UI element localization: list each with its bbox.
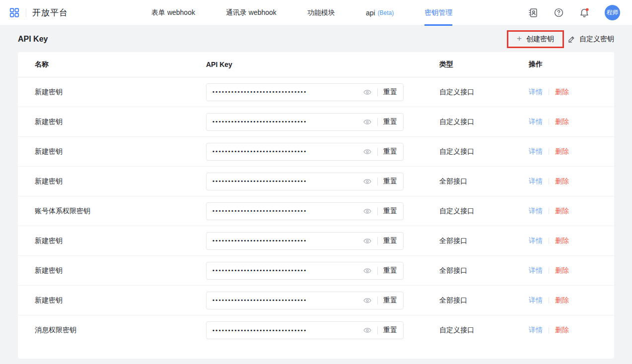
key-type: 全部接口 (439, 266, 529, 275)
key-name: 新建密钥 (35, 177, 206, 186)
reset-button[interactable]: 重置 (383, 296, 397, 305)
detail-link[interactable]: 详情 (529, 177, 543, 186)
nav-tab-form-webhook[interactable]: 表单 webhook (151, 0, 195, 26)
reset-button[interactable]: 重置 (383, 88, 397, 97)
header-actions: 程师 (527, 0, 620, 25)
help-icon[interactable] (553, 7, 564, 18)
eye-icon[interactable] (363, 177, 372, 186)
detail-link[interactable]: 详情 (529, 88, 543, 97)
eye-icon[interactable] (363, 266, 372, 275)
reset-button[interactable]: 重置 (383, 237, 397, 245)
nav-tab-api[interactable]: api (Beta) (366, 0, 394, 26)
nav-tab-contacts-webhook[interactable]: 通讯录 webhook (226, 0, 277, 26)
beta-badge: (Beta) (378, 9, 394, 16)
notifications-bell-icon[interactable] (579, 7, 590, 18)
masked-key-value: •••••••••••••••••••••••••••••• (212, 179, 363, 184)
apps-grid-logo-icon[interactable] (9, 7, 20, 18)
field-divider (377, 297, 378, 304)
detail-link[interactable]: 详情 (529, 237, 543, 245)
ops-divider (549, 178, 549, 184)
api-key-field[interactable]: •••••••••••••••••••••••••••••• 重置 (206, 232, 404, 250)
key-name: 消息权限密钥 (35, 326, 206, 335)
key-name: 新建密钥 (35, 237, 206, 245)
detail-link[interactable]: 详情 (529, 207, 543, 216)
table-row: 新建密钥 •••••••••••••••••••••••••••••• 重置 全… (18, 286, 614, 315)
reset-button[interactable]: 重置 (383, 147, 397, 156)
reset-button[interactable]: 重置 (383, 207, 397, 216)
key-type: 自定义接口 (439, 207, 529, 216)
api-key-field[interactable]: •••••••••••••••••••••••••••••• 重置 (206, 202, 404, 220)
delete-link[interactable]: 删除 (555, 237, 569, 245)
key-type: 全部接口 (439, 296, 529, 305)
ops-divider (549, 119, 549, 125)
eye-icon[interactable] (363, 88, 372, 97)
eye-icon[interactable] (363, 326, 372, 335)
eye-icon[interactable] (363, 207, 372, 216)
key-name: 新建密钥 (35, 88, 206, 97)
eye-icon[interactable] (363, 296, 372, 305)
detail-link[interactable]: 详情 (529, 266, 543, 275)
key-name: 新建密钥 (35, 296, 206, 305)
detail-link[interactable]: 详情 (529, 326, 543, 335)
reset-button[interactable]: 重置 (383, 118, 397, 126)
delete-link[interactable]: 删除 (555, 177, 569, 186)
detail-link[interactable]: 详情 (529, 118, 543, 126)
plus-icon: + (517, 34, 522, 43)
masked-key-value: •••••••••••••••••••••••••••••• (212, 119, 363, 124)
table-body: 新建密钥 •••••••••••••••••••••••••••••• 重置 自… (18, 77, 614, 345)
ops-divider (549, 208, 549, 214)
key-type: 全部接口 (439, 237, 529, 245)
masked-key-value: •••••••••••••••••••••••••••••• (212, 149, 363, 154)
api-key-field[interactable]: •••••••••••••••••••••••••••••• 重置 (206, 262, 404, 280)
detail-link[interactable]: 详情 (529, 147, 543, 156)
api-key-field[interactable]: •••••••••••••••••••••••••••••• 重置 (206, 83, 404, 101)
delete-link[interactable]: 删除 (555, 147, 569, 156)
api-key-field[interactable]: •••••••••••••••••••••••••••••• 重置 (206, 321, 404, 339)
key-type: 自定义接口 (439, 118, 529, 126)
eye-icon[interactable] (363, 237, 372, 245)
ops-divider (549, 267, 549, 274)
create-key-button[interactable]: + 创建密钥 (517, 35, 554, 44)
eye-icon[interactable] (363, 147, 372, 156)
table-row: 新建密钥 •••••••••••••••••••••••••••••• 重置 全… (18, 226, 614, 256)
table-row: 新建密钥 •••••••••••••••••••••••••••••• 重置 全… (18, 256, 614, 286)
brand-title: 开放平台 (32, 7, 68, 18)
create-key-label: 创建密钥 (526, 35, 554, 44)
col-header-apikey: API Key (206, 61, 439, 68)
reset-button[interactable]: 重置 (383, 326, 397, 335)
delete-link[interactable]: 删除 (555, 266, 569, 275)
custom-key-button[interactable]: 自定义密钥 (567, 35, 614, 44)
delete-link[interactable]: 删除 (555, 88, 569, 97)
contact-book-icon[interactable] (527, 7, 538, 18)
field-divider (377, 207, 378, 215)
ops-divider (549, 238, 549, 244)
delete-link[interactable]: 删除 (555, 118, 569, 126)
ops-divider (549, 148, 549, 155)
brand: 开放平台 (9, 0, 68, 25)
table-header-row: 名称 API Key 类型 操作 (18, 52, 614, 77)
key-type: 自定义接口 (439, 326, 529, 335)
masked-key-value: •••••••••••••••••••••••••••••• (212, 268, 363, 273)
api-key-field[interactable]: •••••••••••••••••••••••••••••• 重置 (206, 173, 404, 190)
user-avatar[interactable]: 程师 (605, 5, 620, 20)
nav-tab-modules[interactable]: 功能模块 (307, 0, 335, 26)
annotation-highlight: + 创建密钥 (507, 30, 564, 48)
api-key-table-card: 名称 API Key 类型 操作 新建密钥 ••••••••••••••••••… (18, 52, 614, 359)
delete-link[interactable]: 删除 (555, 296, 569, 305)
masked-key-value: •••••••••••••••••••••••••••••• (212, 328, 363, 333)
api-key-field[interactable]: •••••••••••••••••••••••••••••• 重置 (206, 143, 404, 161)
detail-link[interactable]: 详情 (529, 296, 543, 305)
delete-link[interactable]: 删除 (555, 326, 569, 335)
reset-button[interactable]: 重置 (383, 266, 397, 275)
top-nav-bar: 开放平台 表单 webhook 通讯录 webhook 功能模块 api (Be… (0, 0, 632, 26)
delete-link[interactable]: 删除 (555, 207, 569, 216)
eye-icon[interactable] (363, 118, 372, 126)
reset-button[interactable]: 重置 (383, 177, 397, 186)
api-key-field[interactable]: •••••••••••••••••••••••••••••• 重置 (206, 113, 404, 131)
nav-tab-key-management[interactable]: 密钥管理 (424, 0, 452, 26)
ops-divider (549, 327, 549, 334)
api-key-field[interactable]: •••••••••••••••••••••••••••••• 重置 (206, 292, 404, 309)
nav-tab-api-label: api (366, 9, 375, 17)
table-row: 新建密钥 •••••••••••••••••••••••••••••• 重置 全… (18, 167, 614, 196)
col-header-name: 名称 (35, 60, 206, 69)
